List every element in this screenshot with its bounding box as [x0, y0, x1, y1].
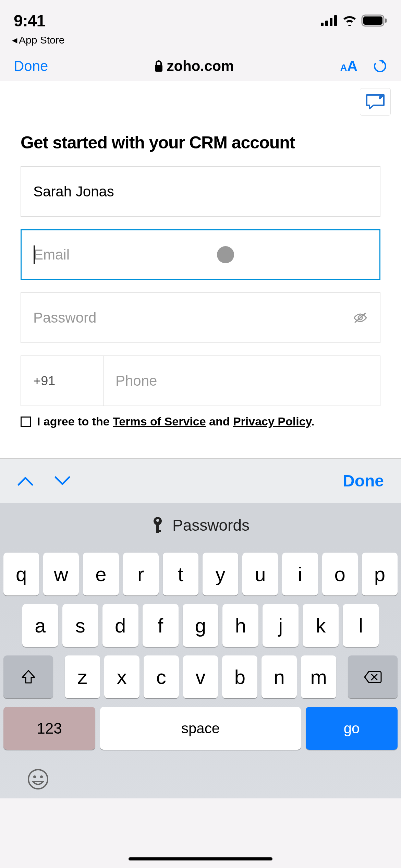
- emoji-key[interactable]: [27, 769, 49, 790]
- lock-icon: [154, 60, 163, 72]
- text-cursor: [34, 245, 35, 264]
- privacy-link[interactable]: Privacy Policy: [233, 415, 311, 428]
- key-row-2: asdfghjkl: [3, 604, 398, 647]
- page-title: Get started with your CRM account: [21, 81, 380, 166]
- page-content: Get started with your CRM account Sarah …: [0, 81, 401, 458]
- reload-icon[interactable]: [373, 59, 387, 73]
- key-m[interactable]: m: [301, 655, 336, 698]
- home-indicator[interactable]: [129, 857, 272, 860]
- key-row-1: qwertyuiop: [3, 553, 398, 595]
- key-z[interactable]: z: [65, 655, 100, 698]
- keyboard-done-button[interactable]: Done: [343, 471, 384, 490]
- delete-key[interactable]: [348, 655, 398, 698]
- key-s[interactable]: s: [62, 604, 98, 647]
- svg-point-11: [156, 519, 159, 522]
- status-bar: 9:41: [0, 0, 401, 34]
- key-i[interactable]: i: [282, 553, 318, 595]
- prev-field-icon[interactable]: [17, 476, 34, 486]
- key-h[interactable]: h: [222, 604, 258, 647]
- space-key[interactable]: space: [100, 707, 301, 750]
- passwords-suggestion[interactable]: Passwords: [0, 503, 401, 547]
- password-placeholder: Password: [33, 310, 96, 326]
- key-r[interactable]: r: [123, 553, 159, 595]
- eye-off-icon[interactable]: [353, 312, 368, 324]
- back-to-app[interactable]: App Store: [0, 34, 401, 51]
- svg-rect-13: [156, 530, 161, 532]
- key-k[interactable]: k: [303, 604, 339, 647]
- country-code-field[interactable]: +91: [21, 355, 103, 406]
- key-n[interactable]: n: [262, 655, 297, 698]
- key-y[interactable]: y: [203, 553, 238, 595]
- numbers-key[interactable]: 123: [3, 707, 95, 750]
- key-g[interactable]: g: [183, 604, 219, 647]
- key-p[interactable]: p: [362, 553, 398, 595]
- svg-rect-3: [334, 15, 337, 26]
- svg-rect-1: [325, 21, 328, 26]
- terms-text: I agree to the Terms of Service and Priv…: [37, 415, 314, 428]
- key-t[interactable]: t: [163, 553, 198, 595]
- status-indicators: [321, 14, 387, 27]
- key-b[interactable]: b: [222, 655, 257, 698]
- svg-point-16: [40, 775, 43, 778]
- terms-checkbox[interactable]: [21, 417, 31, 427]
- shift-icon: [21, 670, 36, 684]
- backspace-icon: [364, 670, 382, 684]
- key-icon: [151, 516, 164, 534]
- svg-point-15: [33, 775, 36, 778]
- key-e[interactable]: e: [83, 553, 119, 595]
- cellular-icon: [321, 15, 338, 26]
- text-size-button[interactable]: AA: [340, 58, 357, 74]
- phone-field[interactable]: Phone: [103, 355, 380, 406]
- touch-indicator: [217, 246, 234, 263]
- name-value: Sarah Jonas: [33, 183, 114, 200]
- svg-point-14: [28, 770, 48, 789]
- key-l[interactable]: l: [343, 604, 379, 647]
- key-o[interactable]: o: [322, 553, 358, 595]
- key-row-3: zxcvbnm: [3, 655, 398, 698]
- next-field-icon[interactable]: [54, 476, 71, 486]
- key-a[interactable]: a: [22, 604, 58, 647]
- url-display[interactable]: zoho.com: [154, 58, 234, 74]
- svg-rect-7: [155, 65, 162, 72]
- key-d[interactable]: d: [102, 604, 138, 647]
- svg-rect-6: [385, 19, 387, 23]
- key-row-4: 123 space go: [3, 707, 398, 750]
- key-c[interactable]: c: [144, 655, 179, 698]
- keyboard: qwertyuiop asdfghjkl zxcvbnm 123 space g…: [0, 547, 401, 798]
- phone-row: +91 Phone: [21, 355, 380, 406]
- tos-link[interactable]: Terms of Service: [113, 415, 206, 428]
- email-placeholder: Email: [34, 246, 70, 263]
- name-field[interactable]: Sarah Jonas: [21, 166, 380, 217]
- shift-key[interactable]: [3, 655, 53, 698]
- chat-icon: [365, 93, 386, 110]
- terms-row: I agree to the Terms of Service and Priv…: [21, 415, 380, 428]
- browser-nav: Done zoho.com AA: [0, 51, 401, 81]
- key-x[interactable]: x: [104, 655, 139, 698]
- svg-rect-5: [363, 16, 382, 25]
- go-key[interactable]: go: [306, 707, 398, 750]
- status-time: 9:41: [14, 11, 45, 30]
- key-u[interactable]: u: [242, 553, 278, 595]
- password-field[interactable]: Password: [21, 292, 380, 343]
- svg-rect-2: [330, 18, 332, 26]
- key-j[interactable]: j: [263, 604, 299, 647]
- key-w[interactable]: w: [43, 553, 79, 595]
- feedback-button[interactable]: [360, 88, 391, 116]
- key-f[interactable]: f: [143, 604, 179, 647]
- email-field[interactable]: Email: [21, 229, 380, 280]
- key-v[interactable]: v: [183, 655, 218, 698]
- svg-rect-0: [321, 23, 324, 26]
- done-button[interactable]: Done: [14, 58, 48, 74]
- wifi-icon: [342, 15, 357, 26]
- key-q[interactable]: q: [3, 553, 39, 595]
- battery-icon: [361, 14, 387, 27]
- keyboard-accessory: Done: [0, 458, 401, 503]
